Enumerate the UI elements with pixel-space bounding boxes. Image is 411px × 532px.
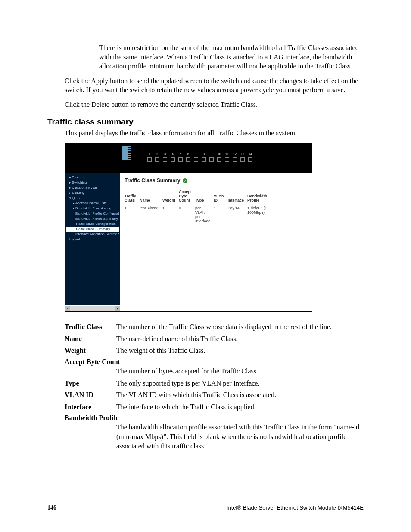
table-header: Name [140, 189, 162, 205]
intro-paragraph-2: Click the Apply button to send the updat… [65, 76, 364, 95]
port-indicator: 12 [232, 152, 237, 162]
definition-description: The VLAN ID with which this Traffic Clas… [116, 390, 364, 400]
port-number: 7 [195, 152, 197, 156]
port-indicator: 1 [147, 152, 152, 162]
port-box-icon [202, 157, 206, 162]
port-box-icon [225, 157, 229, 162]
definition-term: Name [65, 334, 116, 344]
port-box-icon [240, 157, 245, 162]
table-cell: perVLANperInterface [195, 205, 214, 224]
nav-item[interactable]: Class of Service [66, 185, 119, 190]
embedded-ui-screenshot: 1234567891011121314 SystemSwitchingClass… [65, 143, 312, 312]
table-header: Weight [162, 189, 179, 205]
port-indicator: 13 [240, 152, 245, 162]
port-indicator: 14 [248, 152, 253, 162]
nav-item[interactable]: Switching [66, 180, 119, 185]
port-indicator: 2 [155, 152, 160, 162]
ss-navigation-tree[interactable]: SystemSwitchingClass of ServiceSecurityQ… [65, 173, 120, 305]
port-number: 13 [241, 152, 244, 156]
table-header: AcceptByteCount [179, 189, 195, 205]
port-indicator: 3 [162, 152, 168, 162]
definition-row: InterfaceThe interface to which the Traf… [65, 402, 364, 412]
port-box-icon [171, 157, 175, 162]
table-header: VLANID [214, 189, 228, 205]
definition-row: WeightThe weight of this Traffic Class. [65, 346, 364, 355]
port-box-icon [217, 157, 221, 162]
port-box-icon [178, 157, 183, 162]
definition-description: The bandwidth allocation profile associa… [116, 423, 364, 451]
help-icon[interactable]: ? [183, 178, 187, 183]
product-name: Intel® Blade Server Ethernet Switch Modu… [227, 504, 364, 511]
panel-title-text: Traffic Class Summary [125, 177, 180, 184]
nav-item[interactable]: Security [66, 190, 119, 196]
ss-header: 1234567891011121314 [65, 143, 312, 173]
port-indicator: 6 [186, 152, 191, 162]
definition-term: Accept Byte Count [65, 358, 364, 366]
port-box-icon [163, 157, 167, 162]
port-box-icon [155, 157, 159, 162]
port-number: 4 [172, 152, 174, 156]
nav-item[interactable]: Logout [66, 237, 119, 242]
port-number: 3 [164, 152, 166, 156]
port-number: 1 [149, 152, 150, 156]
scroll-right-icon[interactable]: ▸ [115, 306, 120, 311]
port-indicator: 7 [193, 152, 199, 162]
definition-description: The only supported type is per VLAN per … [116, 379, 364, 388]
port-number: 5 [180, 152, 181, 156]
table-cell: 1 [162, 205, 179, 224]
scroll-left-icon[interactable]: ◂ [65, 306, 70, 311]
port-number: 11 [225, 152, 229, 156]
section-lead: This panel displays the traffic class in… [65, 128, 364, 138]
port-box-icon [186, 157, 190, 162]
table-header: TrafficClass [125, 189, 140, 205]
traffic-class-table: TrafficClassNameWeightAcceptByteCountTyp… [125, 189, 272, 224]
port-indicator: 4 [170, 152, 175, 162]
table-header: Interface [227, 189, 247, 205]
port-number: 8 [203, 152, 205, 156]
definition-description: The weight of this Traffic Class. [116, 346, 364, 355]
port-box-icon [194, 157, 198, 162]
table-cell: 1 [125, 205, 140, 224]
definition-term: VLAN ID [65, 390, 116, 400]
port-number: 14 [249, 152, 252, 156]
panel-title: Traffic Class Summary ? [125, 177, 308, 184]
port-number: 2 [156, 152, 158, 156]
table-cell: Bay.14 [227, 205, 247, 224]
port-indicator-row: 1234567891011121314 [147, 152, 253, 162]
port-indicator: 8 [201, 152, 206, 162]
port-indicator: 5 [178, 152, 183, 162]
definition-row: NameThe user-defined name of this Traffi… [65, 334, 364, 344]
nav-item[interactable]: System [66, 175, 119, 180]
nav-item[interactable]: Interface Allocation Summary [66, 232, 119, 237]
table-cell: 0 [179, 205, 195, 224]
definition-description: The number of the Traffic Class whose da… [116, 322, 364, 332]
table-header: Type [195, 189, 214, 205]
definition-description: The number of bytes accepted for the Tra… [116, 367, 364, 376]
definition-term: Traffic Class [65, 322, 116, 332]
definition-row: TypeThe only supported type is per VLAN … [65, 379, 364, 388]
port-indicator: 11 [224, 152, 230, 162]
nav-horizontal-scrollbar[interactable]: ◂ ▸ [65, 306, 120, 311]
port-box-icon [147, 157, 152, 162]
table-header: BandwidthProfile [247, 189, 272, 205]
table-cell: test_class1 [140, 205, 162, 224]
nav-item[interactable]: Bandwidth Provisioning [66, 206, 119, 211]
port-number: 9 [211, 152, 212, 156]
nav-item[interactable]: Bandwidth Profile Summary [66, 216, 119, 221]
port-number: 6 [187, 152, 189, 156]
nav-item[interactable]: QOS [66, 196, 119, 201]
nav-item[interactable]: Traffic Class Summary [66, 227, 119, 232]
definitions-list: Traffic ClassThe number of the Traffic C… [65, 322, 364, 451]
definition-term: Weight [65, 346, 116, 355]
section-heading: Traffic class summary [47, 117, 364, 127]
port-box-icon [209, 157, 214, 162]
page-footer: 146 Intel® Blade Server Ethernet Switch … [47, 504, 364, 511]
definition-term: Interface [65, 402, 116, 412]
table-cell: 1 [214, 205, 228, 224]
nav-item[interactable]: Bandwidth Profile Configuration [66, 211, 119, 216]
definition-description: The user-defined name of this Traffic Cl… [116, 334, 364, 344]
nav-item[interactable]: Traffic Class Configuration [66, 221, 119, 227]
page-number: 146 [47, 504, 56, 511]
intro-paragraph-1: There is no restriction on the sum of th… [99, 43, 364, 71]
nav-item[interactable]: Access Control Lists [66, 201, 119, 206]
